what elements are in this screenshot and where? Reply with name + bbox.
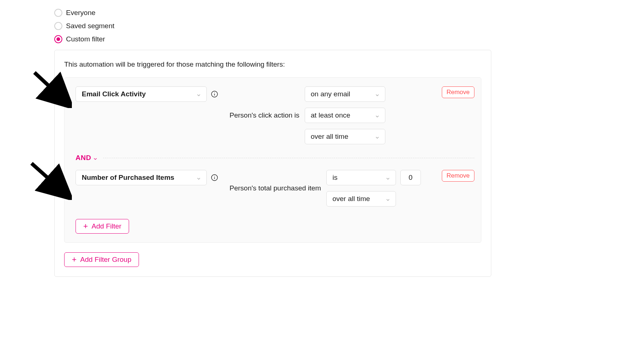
- add-filter-group-button[interactable]: + Add Filter Group: [64, 252, 139, 267]
- remove-filter-button[interactable]: Remove: [442, 170, 474, 182]
- filter-value-input[interactable]: 0: [400, 170, 421, 185]
- input-value: 0: [408, 174, 412, 182]
- filter-target-select[interactable]: on any email: [305, 86, 385, 102]
- select-value: over all time: [311, 133, 348, 141]
- plus-icon: +: [83, 222, 88, 230]
- radio-label: Custom filter: [66, 35, 105, 43]
- filter-type-select[interactable]: Number of Purchased Items: [76, 170, 207, 185]
- radio-circle-icon: [54, 35, 62, 43]
- chevron-down-icon: [385, 175, 390, 180]
- button-label: Remove: [447, 172, 470, 179]
- svg-point-2: [214, 93, 214, 93]
- radio-circle-icon: [54, 22, 62, 30]
- select-value: is: [333, 174, 338, 182]
- filter-timerange-select[interactable]: over all time: [305, 129, 385, 144]
- filter-operator-select[interactable]: is: [326, 170, 396, 185]
- radio-custom-filter[interactable]: Custom filter: [54, 35, 631, 43]
- panel-description: This automation will be triggered for th…: [64, 60, 481, 68]
- select-value: Number of Purchased Items: [82, 174, 174, 182]
- svg-point-5: [214, 176, 214, 177]
- logic-operator-row: AND: [76, 154, 474, 162]
- chevron-down-icon: [375, 134, 380, 139]
- chevron-down-icon: [385, 196, 390, 201]
- filter-type-select[interactable]: Email Click Activity: [76, 86, 207, 102]
- radio-circle-icon: [54, 9, 62, 17]
- filter-group: Email Click Activity Person's click acti…: [64, 77, 481, 243]
- filter-row: Number of Purchased Items Person's total…: [76, 170, 474, 207]
- filter-sentence: Person's click action is: [230, 111, 300, 119]
- select-value: over all time: [333, 195, 370, 203]
- filter-sentence: Person's total purchased item: [230, 184, 321, 192]
- select-value: on any email: [311, 90, 351, 98]
- button-label: Remove: [447, 89, 470, 96]
- info-icon[interactable]: [210, 174, 219, 182]
- radio-saved-segment[interactable]: Saved segment: [54, 22, 631, 30]
- filter-timerange-select[interactable]: over all time: [326, 191, 396, 207]
- logic-operator-toggle[interactable]: AND: [76, 154, 98, 162]
- plus-icon: +: [72, 256, 77, 264]
- filter-panel: This automation will be triggered for th…: [54, 50, 491, 277]
- select-value: Email Click Activity: [82, 90, 146, 98]
- select-value: at least once: [311, 111, 351, 119]
- remove-filter-button[interactable]: Remove: [442, 86, 474, 98]
- button-label: Add Filter Group: [80, 256, 131, 264]
- radio-label: Saved segment: [66, 22, 114, 30]
- radio-everyone[interactable]: Everyone: [54, 9, 631, 17]
- info-icon[interactable]: [210, 90, 219, 98]
- chevron-down-icon: [196, 175, 201, 180]
- chevron-down-icon: [93, 155, 98, 160]
- chevron-down-icon: [196, 92, 201, 97]
- button-label: Add Filter: [92, 222, 121, 230]
- filter-frequency-select[interactable]: at least once: [305, 108, 385, 123]
- chevron-down-icon: [375, 113, 380, 118]
- filter-row: Email Click Activity Person's click acti…: [76, 86, 474, 144]
- divider: [103, 158, 474, 158]
- radio-label: Everyone: [66, 9, 95, 17]
- add-filter-button[interactable]: + Add Filter: [76, 219, 129, 234]
- operator-label: AND: [76, 154, 91, 162]
- chevron-down-icon: [375, 92, 380, 97]
